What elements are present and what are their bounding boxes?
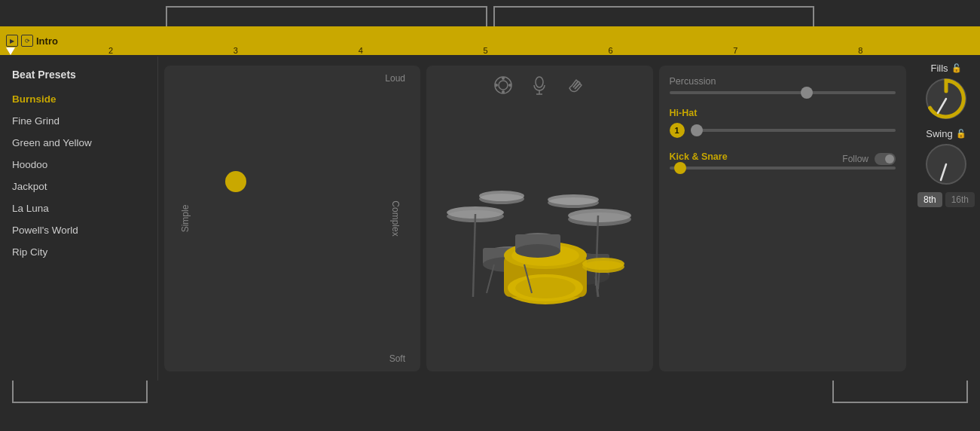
ruler-bar[interactable]: ⟳ Intro 2 3 4 5 6 7 8 (0, 26, 980, 55)
svg-point-3 (508, 84, 511, 87)
tick-6: 6 (605, 46, 730, 55)
drum-kit-svg (434, 165, 645, 308)
tick-5: 5 (481, 46, 606, 55)
sidebar-item-hoodoo[interactable]: Hoodoo (0, 154, 157, 176)
svg-point-14 (479, 191, 524, 201)
playhead-marker[interactable] (6, 47, 15, 55)
microphone-icon[interactable] (529, 75, 550, 96)
kick-section: Kick & Snare Follow (670, 151, 896, 170)
note-16th-button[interactable]: 16th (945, 192, 975, 207)
hihat-section: Hi-Hat 1 (670, 108, 896, 138)
top-ruler-wrapper: ⟳ Intro 2 3 4 5 6 7 8 (0, 0, 980, 57)
svg-point-2 (502, 77, 505, 80)
hihat-label: Hi-Hat (670, 108, 896, 118)
sidebar: Beat Presets Burnside Fine Grind Green a… (0, 57, 158, 381)
bracket-left (166, 6, 487, 26)
hihat-slider[interactable] (691, 129, 896, 132)
svg-point-1 (499, 81, 508, 90)
sidebar-item-rip-city[interactable]: Rip City (0, 241, 157, 263)
sidebar-header: Beat Presets (0, 66, 157, 88)
swing-section: Swing 🔓 8th 16th (917, 128, 975, 207)
bottom-bracket-right (832, 381, 968, 403)
percussion-section: Percussion (670, 76, 896, 94)
ruler-title: Intro (36, 35, 58, 47)
percussion-slider[interactable] (670, 91, 896, 94)
svg-point-31 (515, 277, 575, 298)
svg-point-34 (582, 258, 624, 270)
ruler-ticks: 2 3 4 5 6 7 8 (105, 26, 980, 55)
follow-label: Follow (842, 154, 869, 164)
kick-thumb[interactable] (674, 162, 686, 174)
loop-icon[interactable]: ⟳ (21, 35, 33, 47)
hihat-row: 1 (670, 123, 896, 138)
sidebar-item-la-luna[interactable]: La Luna (0, 197, 157, 219)
percussion-label: Percussion (670, 76, 896, 87)
svg-point-12 (568, 209, 631, 222)
hihat-badge: 1 (670, 123, 685, 138)
complexity-panel[interactable]: Loud Soft Simple Complex (164, 66, 420, 371)
kick-slider[interactable] (670, 167, 896, 170)
hihat-thumb[interactable] (691, 124, 703, 136)
drum-controls: Percussion Hi-Hat 1 Kick & Snare (659, 66, 907, 371)
drum-icons-row (426, 66, 653, 102)
swing-label: Swing 🔓 (926, 128, 966, 139)
svg-point-40 (515, 244, 560, 258)
kick-label: Kick & Snare (670, 151, 728, 162)
tick-8: 8 (855, 46, 980, 55)
bracket-right (493, 6, 815, 26)
follow-toggle[interactable] (875, 153, 896, 165)
kick-header-row: Kick & Snare Follow (670, 151, 896, 167)
note-8th-button[interactable]: 8th (917, 192, 942, 207)
drum-visual (426, 102, 653, 371)
sidebar-item-fine-grind[interactable]: Fine Grind (0, 110, 157, 132)
complexity-loud-label: Loud (385, 73, 405, 84)
fills-swing-panel: Fills 🔓 Swing 🔓 (912, 57, 980, 381)
tick-7: 7 (730, 46, 855, 55)
complexity-complex-label: Complex (389, 200, 400, 236)
bottom-bracket-left (12, 381, 148, 403)
svg-point-6 (536, 77, 543, 87)
tick-2: 2 (105, 46, 230, 55)
svg-point-4 (502, 90, 505, 93)
top-brackets (0, 0, 980, 26)
complexity-simple-label: Simple (180, 205, 191, 233)
clap-icon[interactable] (565, 75, 586, 96)
swing-lock-icon[interactable]: 🔓 (956, 129, 966, 139)
shaker-icon[interactable] (493, 75, 514, 96)
complexity-dot[interactable] (225, 171, 246, 192)
complexity-soft-label: Soft (389, 353, 405, 364)
play-icon[interactable] (6, 35, 18, 47)
swing-knob[interactable] (924, 142, 968, 186)
ruler-label: ⟳ Intro (6, 35, 58, 47)
sidebar-item-powells-world[interactable]: Powell's World (0, 219, 157, 241)
percussion-thumb[interactable] (801, 87, 813, 99)
drum-panel (426, 66, 653, 371)
sidebar-item-burnside[interactable]: Burnside (0, 88, 157, 110)
sidebar-item-green-and-yellow[interactable]: Green and Yellow (0, 132, 157, 154)
svg-point-16 (548, 194, 599, 205)
fills-lock-icon[interactable]: 🔓 (951, 63, 962, 73)
center-panels: Loud Soft Simple Complex (158, 57, 912, 381)
tick-3: 3 (230, 46, 356, 55)
note-buttons: 8th 16th (917, 192, 975, 207)
tick-4: 4 (356, 46, 481, 55)
fills-knob[interactable] (924, 77, 968, 121)
bottom-area (0, 381, 980, 431)
svg-line-35 (473, 214, 475, 297)
svg-point-5 (495, 84, 498, 87)
sidebar-item-jackpot[interactable]: Jackpot (0, 176, 157, 197)
main-content: Beat Presets Burnside Fine Grind Green a… (0, 57, 980, 381)
fills-label: Fills 🔓 (930, 63, 961, 74)
fills-section: Fills 🔓 (924, 63, 968, 121)
